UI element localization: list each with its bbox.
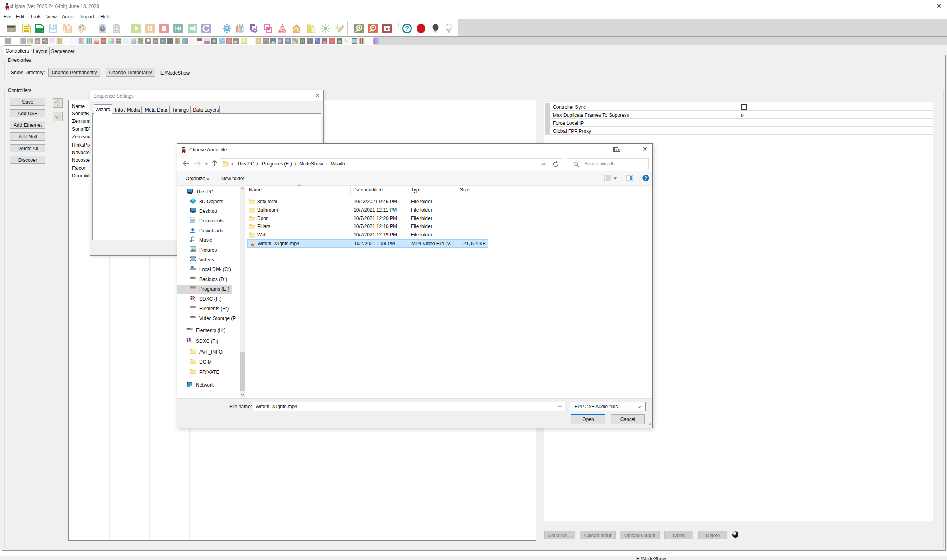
svg-text:?: ? bbox=[405, 25, 409, 32]
svg-text:SD: SD bbox=[186, 338, 192, 342]
svg-text:SD: SD bbox=[190, 295, 195, 299]
svg-text:?: ? bbox=[644, 175, 647, 181]
